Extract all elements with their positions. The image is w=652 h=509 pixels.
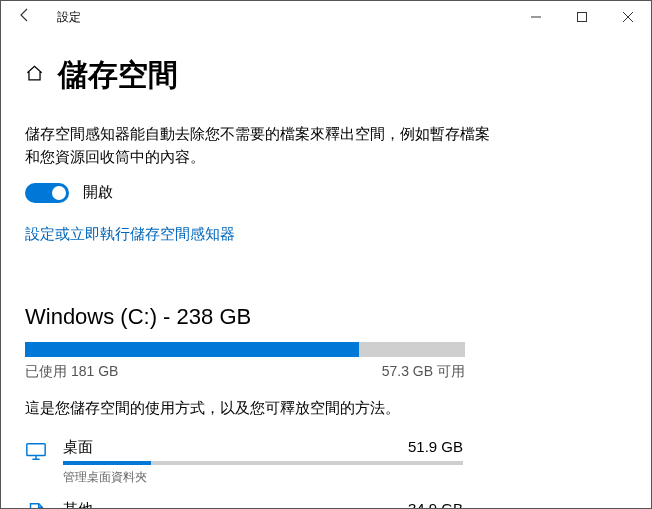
category-icon	[25, 440, 47, 462]
storage-sense-description: 儲存空間感知器能自動去除您不需要的檔案來釋出空間，例如暫存檔案和您資源回收筒中的…	[25, 122, 495, 169]
drive-heading: Windows (C:) - 238 GB	[25, 304, 627, 330]
drive-stats: 已使用 181 GB 57.3 GB 可用	[25, 363, 465, 381]
category-bar	[63, 461, 463, 465]
drive-usage-bar	[25, 342, 465, 357]
toggle-knob	[52, 186, 66, 200]
category-bar-fill	[63, 461, 151, 465]
page-heading-row: 儲存空間	[25, 55, 627, 96]
toggle-state-label: 開啟	[83, 183, 113, 202]
category-subtext: 管理桌面資料夾	[63, 469, 463, 486]
usage-description: 這是您儲存空間的使用方式，以及您可釋放空間的方法。	[25, 399, 627, 418]
content-area: 儲存空間 儲存空間感知器能自動去除您不需要的檔案來釋出空間，例如暫存檔案和您資源…	[1, 33, 651, 509]
page-title: 儲存空間	[58, 55, 178, 96]
category-body: 桌面51.9 GB管理桌面資料夾	[63, 438, 463, 486]
svg-rect-2	[27, 443, 45, 455]
drive-free-label: 57.3 GB 可用	[382, 363, 465, 381]
category-row[interactable]: 其他34.9 GB	[25, 500, 627, 510]
category-size: 34.9 GB	[408, 500, 463, 510]
close-button[interactable]	[605, 1, 651, 33]
minimize-button[interactable]	[513, 1, 559, 33]
category-list: 桌面51.9 GB管理桌面資料夾其他34.9 GB	[25, 438, 627, 510]
window-controls	[513, 1, 651, 33]
svg-rect-1	[578, 13, 587, 22]
drive-usage-fill	[25, 342, 359, 357]
storage-sense-toggle[interactable]	[25, 183, 69, 203]
category-body: 其他34.9 GB	[63, 500, 463, 510]
category-icon	[25, 502, 47, 510]
titlebar: 設定	[1, 1, 651, 33]
category-name: 桌面	[63, 438, 93, 457]
category-row[interactable]: 桌面51.9 GB管理桌面資料夾	[25, 438, 627, 486]
configure-storage-sense-link[interactable]: 設定或立即執行儲存空間感知器	[25, 225, 235, 244]
back-button[interactable]	[9, 7, 41, 27]
maximize-button[interactable]	[559, 1, 605, 33]
drive-used-label: 已使用 181 GB	[25, 363, 118, 381]
storage-sense-toggle-row: 開啟	[25, 183, 627, 203]
category-name: 其他	[63, 500, 93, 510]
home-icon[interactable]	[25, 64, 44, 87]
window-title: 設定	[57, 9, 81, 26]
category-size: 51.9 GB	[408, 438, 463, 457]
